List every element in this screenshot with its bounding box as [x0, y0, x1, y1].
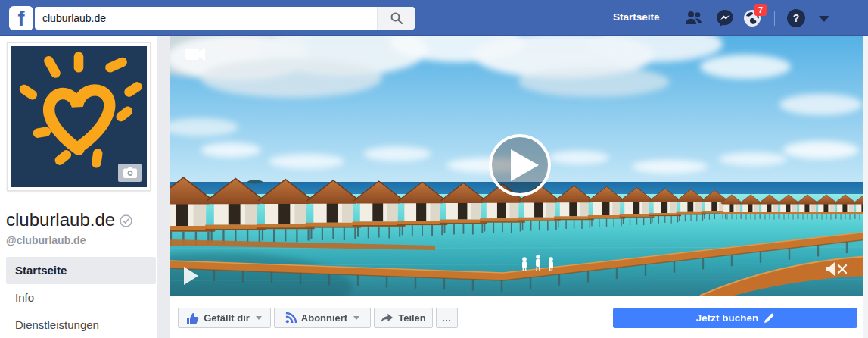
notifications-icon[interactable]: 7: [743, 9, 761, 27]
scrollbar-track[interactable]: [863, 36, 868, 338]
follow-button-label: Abonniert: [301, 312, 347, 324]
page-name-text: cluburlaub.de: [6, 209, 115, 230]
search-button[interactable]: [377, 7, 415, 30]
page-handle[interactable]: @cluburlaub.de: [6, 234, 86, 246]
island: [247, 180, 263, 184]
follow-options-caret-icon: [353, 316, 359, 320]
topbar-divider: [774, 11, 775, 26]
video-camera-icon: [185, 48, 205, 61]
follow-button[interactable]: Abonniert: [274, 308, 371, 328]
facebook-logo[interactable]: f: [9, 6, 33, 30]
share-icon: [381, 313, 394, 323]
like-button[interactable]: Gefällt dir: [178, 308, 271, 328]
change-profile-photo-button[interactable]: [118, 164, 142, 182]
thumbs-up-icon: [187, 312, 199, 324]
nav-home-link[interactable]: Startseite: [613, 0, 660, 36]
facebook-logo-letter: f: [18, 8, 25, 30]
more-actions-button[interactable]: …: [436, 308, 458, 328]
share-button-label: Teilen: [398, 312, 426, 324]
cover-video-frame: [170, 36, 868, 296]
search-bar[interactable]: cluburlaub.de: [35, 7, 415, 30]
friend-requests-icon[interactable]: [685, 9, 703, 27]
sidebar-item-info[interactable]: Info: [0, 284, 157, 311]
play-button: [490, 136, 549, 195]
page-sidebar: cluburlaub.de @cluburlaub.de Startseite …: [0, 36, 157, 338]
notification-badge: 7: [754, 4, 767, 16]
top-navigation-bar: f cluburlaub.de Startseite 7 ?: [0, 0, 868, 36]
sidebar-item-startseite[interactable]: Startseite: [6, 257, 156, 284]
book-now-button[interactable]: Jetzt buchen: [613, 308, 857, 328]
pencil-icon: [764, 313, 774, 323]
messenger-icon[interactable]: [716, 9, 734, 27]
rss-follow-icon: [285, 312, 297, 324]
page-action-bar: Gefällt dir Abonniert Teilen … Jetzt buc…: [170, 296, 868, 338]
like-options-caret-icon: [256, 316, 262, 320]
like-button-label: Gefällt dir: [204, 312, 250, 324]
share-button[interactable]: Teilen: [374, 308, 433, 328]
camera-icon: [123, 167, 137, 178]
profile-picture[interactable]: [7, 42, 151, 191]
help-button[interactable]: ?: [787, 9, 805, 27]
search-input[interactable]: cluburlaub.de: [35, 7, 377, 30]
cover-video[interactable]: [170, 36, 868, 296]
account-menu-caret-icon[interactable]: [819, 16, 829, 22]
page-title[interactable]: cluburlaub.de: [6, 209, 132, 232]
more-dots-icon: …: [442, 312, 453, 324]
profile-picture-image: [11, 46, 147, 187]
sidebar-menu: Startseite Info Dienstleistungen: [0, 257, 157, 338]
search-icon: [390, 11, 403, 25]
verified-badge-icon: [120, 211, 132, 232]
sidebar-item-dienstleistungen[interactable]: Dienstleistungen: [0, 311, 157, 338]
book-now-label: Jetzt buchen: [696, 312, 759, 324]
